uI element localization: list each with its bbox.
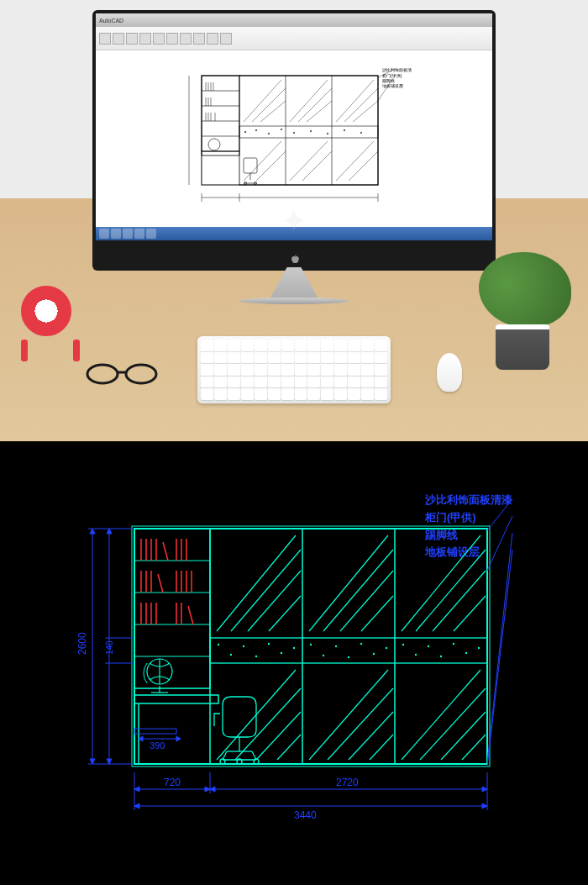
svg-point-116 <box>230 654 232 656</box>
svg-line-45 <box>353 101 378 122</box>
svg-line-76 <box>163 542 168 561</box>
svg-point-117 <box>243 645 244 647</box>
svg-point-31 <box>281 129 282 130</box>
svg-point-122 <box>310 644 312 645</box>
svg-line-150 <box>256 712 301 760</box>
svg-line-47 <box>256 151 286 181</box>
svg-point-62 <box>87 365 118 383</box>
cad-raw-view: 沙比利饰面板清漆 柜门(甲供) 踢脚线 地板铺设层 <box>0 441 588 885</box>
svg-point-32 <box>293 132 295 134</box>
taskbar-app[interactable] <box>146 229 156 239</box>
ribbon-button[interactable] <box>193 33 205 45</box>
svg-line-83 <box>158 574 163 593</box>
svg-point-131 <box>428 645 429 647</box>
svg-line-136 <box>217 535 296 631</box>
svg-line-141 <box>323 550 393 631</box>
svg-point-33 <box>310 130 312 132</box>
dim-label: 390 <box>150 740 165 751</box>
dim-label: 140 <box>105 640 114 655</box>
svg-rect-99 <box>134 695 218 703</box>
svg-line-157 <box>420 688 486 760</box>
svg-line-40 <box>290 80 328 122</box>
cad-ribbon-toolbar[interactable] <box>96 27 492 50</box>
svg-rect-19 <box>244 158 257 173</box>
svg-rect-66 <box>132 526 490 766</box>
svg-point-132 <box>440 656 442 657</box>
monitor-stand <box>270 267 318 298</box>
dim-label: 720 <box>164 777 181 788</box>
svg-rect-65 <box>134 529 487 764</box>
dim-label: 2600 <box>76 632 88 655</box>
apple-logo-icon <box>288 254 300 266</box>
svg-point-133 <box>453 643 454 645</box>
svg-point-135 <box>478 647 480 649</box>
svg-line-39 <box>260 101 286 122</box>
svg-line-49 <box>302 151 332 181</box>
svg-point-36 <box>360 132 362 134</box>
svg-point-35 <box>344 129 345 131</box>
svg-line-137 <box>231 550 301 631</box>
monitor-foot <box>239 298 349 304</box>
svg-point-126 <box>360 643 362 645</box>
ribbon-button[interactable] <box>207 33 218 45</box>
svg-point-30 <box>268 133 270 134</box>
alarm-clock-prop <box>21 286 80 361</box>
svg-line-153 <box>328 688 393 760</box>
svg-text:地板铺设层: 地板铺设层 <box>381 83 403 88</box>
svg-line-156 <box>402 670 480 760</box>
annotation-text: 沙比利饰面板清漆 <box>382 67 412 72</box>
svg-line-37 <box>244 80 281 122</box>
ribbon-button[interactable] <box>166 33 178 45</box>
svg-line-158 <box>441 712 486 760</box>
svg-line-146 <box>433 571 486 631</box>
svg-rect-24 <box>239 76 378 185</box>
cad-elevation-drawing-dark: 720 2720 3440 390 2600 <box>59 487 529 840</box>
svg-line-161 <box>487 516 512 571</box>
svg-rect-17 <box>202 151 239 155</box>
ribbon-button[interactable] <box>126 33 138 45</box>
svg-point-120 <box>281 652 282 654</box>
cad-title-bar[interactable]: AutoCAD <box>96 13 492 27</box>
svg-point-29 <box>255 129 257 131</box>
svg-line-138 <box>248 571 301 631</box>
ribbon-button[interactable] <box>153 33 165 45</box>
svg-point-129 <box>402 644 404 645</box>
svg-rect-27 <box>239 126 378 138</box>
taskbar-app[interactable] <box>123 229 133 239</box>
ribbon-button[interactable] <box>180 33 192 45</box>
ribbon-button[interactable] <box>220 33 232 45</box>
svg-line-152 <box>309 670 388 760</box>
taskbar-app[interactable] <box>134 229 144 239</box>
svg-line-148 <box>217 670 296 760</box>
svg-point-134 <box>465 652 467 654</box>
svg-line-42 <box>307 101 332 122</box>
ribbon-button[interactable] <box>139 33 151 45</box>
svg-point-125 <box>348 656 349 658</box>
svg-point-28 <box>244 131 246 133</box>
start-button[interactable] <box>99 229 109 239</box>
svg-line-155 <box>370 735 393 760</box>
svg-rect-1 <box>202 76 239 151</box>
svg-point-123 <box>323 655 324 656</box>
ribbon-button[interactable] <box>113 33 124 45</box>
taskbar-app[interactable] <box>111 229 121 239</box>
svg-rect-114 <box>210 638 487 663</box>
cad-canvas[interactable]: 沙比利饰面板清漆 柜门(甲供) 踢脚线 地板铺设层 <box>96 50 492 227</box>
monitor-frame: AutoCAD <box>92 10 496 271</box>
svg-line-149 <box>235 688 301 760</box>
svg-rect-101 <box>134 729 176 734</box>
svg-point-119 <box>268 643 270 645</box>
svg-line-163 <box>487 550 512 766</box>
mouse-prop <box>437 353 462 392</box>
dim-label: 2720 <box>336 777 359 788</box>
ribbon-button[interactable] <box>99 33 111 45</box>
svg-rect-0 <box>202 76 378 185</box>
desk-scene-mockup: AutoCAD <box>0 0 588 441</box>
svg-line-43 <box>336 80 374 122</box>
svg-line-145 <box>416 550 486 631</box>
svg-line-142 <box>340 571 393 631</box>
plant-prop <box>479 252 571 370</box>
svg-line-94 <box>188 606 193 624</box>
svg-point-63 <box>126 365 156 383</box>
windows-taskbar[interactable] <box>96 227 492 240</box>
